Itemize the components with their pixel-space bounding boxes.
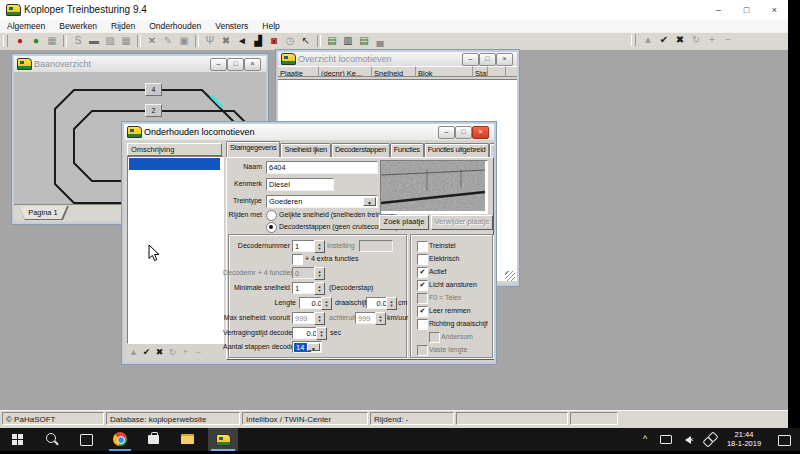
tab-info[interactable]: Info	[489, 143, 494, 157]
checkbox-label[interactable]: Vaste lengte	[429, 346, 467, 353]
checkbox-label[interactable]: Andersom	[441, 333, 473, 340]
checkbox-label[interactable]: Elektrisch	[429, 255, 459, 262]
column-header-empty[interactable]	[488, 66, 506, 77]
cut-icon[interactable]: ✕	[144, 34, 160, 48]
insert-icon[interactable]: +	[179, 346, 192, 359]
chevron-down-icon[interactable]: ▼	[307, 343, 320, 351]
checkbox-leer-remmen[interactable]: ✔	[417, 306, 428, 317]
maximize-button[interactable]: □	[479, 53, 496, 66]
menu-help[interactable]: Help	[255, 20, 286, 31]
save-icon[interactable]: ▬	[86, 34, 102, 48]
start-button[interactable]	[4, 428, 32, 451]
menu-algemeen[interactable]: Algemeen	[0, 20, 52, 31]
checkbox-label[interactable]: Leer remmen	[429, 307, 471, 314]
tab-functies[interactable]: Functies	[390, 143, 424, 157]
block-label[interactable]: 2	[145, 104, 162, 117]
checkbox-label[interactable]: Actief	[429, 268, 447, 275]
signal-red-icon[interactable]: ●	[12, 34, 28, 48]
extra-functies-label[interactable]: + 4 extra functies	[305, 255, 359, 262]
minimize-button[interactable]: –	[438, 126, 455, 139]
spinner[interactable]: ▲▼	[314, 282, 325, 295]
spinner[interactable]: ▲▼	[314, 240, 325, 253]
column-header-snelheid[interactable]: Snelheid	[372, 66, 416, 77]
resize-grip[interactable]	[505, 271, 515, 281]
overzicht-titlebar[interactable]: Overzicht locomotieven – □ ×	[278, 52, 517, 66]
close-button[interactable]: ×	[496, 53, 513, 66]
close-button[interactable]: ×	[761, 0, 788, 20]
close-button[interactable]: ×	[244, 58, 261, 71]
volume-muted-icon[interactable]: ×	[680, 428, 696, 451]
minimize-button[interactable]: –	[210, 58, 227, 71]
tab-decoderstappen[interactable]: Decoderstappen	[331, 143, 390, 157]
treintype-select[interactable]: Goederen ▼	[266, 195, 378, 208]
pointer-icon[interactable]: ↖	[298, 34, 314, 48]
menu-vensters[interactable]: Vensters	[208, 20, 255, 31]
link-icon[interactable]	[702, 428, 718, 451]
toolbar-grip[interactable]	[631, 34, 636, 46]
checkbox-f0-telex[interactable]	[417, 293, 428, 304]
sound-icon[interactable]: ◄	[234, 34, 250, 48]
search-icon[interactable]	[38, 428, 66, 451]
koploper-taskbar-button[interactable]	[208, 428, 238, 451]
grid-icon[interactable]: ▦	[118, 34, 134, 48]
store-icon[interactable]	[140, 428, 168, 451]
pencil-icon[interactable]: ✎	[160, 34, 176, 48]
radio-geijkte-snelheid[interactable]	[266, 210, 277, 221]
delete-record-icon[interactable]: −	[720, 33, 736, 47]
confirm-icon[interactable]: ✔	[656, 33, 672, 47]
menu-rijden[interactable]: Rijden	[104, 20, 142, 31]
signal-stop-icon[interactable]: ◙	[266, 34, 282, 48]
checkbox-richting-draaischijf[interactable]	[417, 319, 428, 330]
up-icon[interactable]: ▲	[127, 346, 140, 359]
tab-stamgegevens[interactable]: Stamgegevens	[226, 141, 280, 157]
checkbox-label[interactable]: Treinstel	[429, 242, 456, 249]
up-icon[interactable]: ▲	[640, 33, 656, 47]
main-titlebar[interactable]: Koploper Treinbesturing 9.4 – □ ×	[0, 0, 788, 21]
menu-bewerken[interactable]: Bewerken	[52, 20, 104, 31]
turnout-icon[interactable]: Ψ	[202, 34, 218, 48]
spinner[interactable]: ▲▼	[386, 297, 397, 310]
action-center-icon[interactable]	[776, 428, 792, 451]
checkbox-elektrisch[interactable]	[417, 254, 428, 265]
insert-icon[interactable]: +	[704, 33, 720, 47]
delete-record-icon[interactable]: −	[192, 346, 205, 359]
spinner[interactable]: ▲▼	[316, 327, 327, 340]
menu-onderhouden[interactable]: Onderhouden	[142, 20, 208, 31]
page-tab[interactable]: Pagina 1	[19, 206, 67, 219]
tab-snelheid-ijken[interactable]: Snelheid ijken	[280, 143, 331, 157]
dialog-titlebar[interactable]: Onderhouden locomotieven – □ ×	[124, 124, 494, 140]
tab-functies-uitgebreid[interactable]: Functies uitgebreid	[424, 143, 490, 157]
database-icon[interactable]: ▥	[340, 34, 356, 48]
clock-icon[interactable]: ◷	[282, 34, 298, 48]
maximize-button[interactable]: □	[733, 0, 760, 20]
maximize-button[interactable]: □	[455, 126, 472, 139]
radio-decoderstappen[interactable]	[266, 222, 277, 233]
chevron-down-icon[interactable]: ▼	[363, 197, 376, 206]
close-button[interactable]: ×	[472, 126, 489, 139]
signal-green-icon[interactable]: ●	[28, 34, 44, 48]
zoek-plaatje-button[interactable]: Zoek plaatje	[379, 215, 429, 230]
instelling-input[interactable]	[359, 240, 393, 252]
spinner[interactable]: ▲▼	[314, 267, 325, 280]
locomotive-description-list[interactable]	[127, 156, 224, 344]
locomotive-icon[interactable]: ▟	[250, 34, 266, 48]
selected-list-row[interactable]	[129, 158, 220, 170]
cancel-icon[interactable]: ✖	[672, 33, 688, 47]
extra-functies-checkbox[interactable]	[292, 254, 303, 265]
delete-icon[interactable]: ✖	[218, 34, 234, 48]
file-explorer-icon[interactable]	[174, 428, 202, 451]
export-icon[interactable]: ▤	[356, 34, 372, 48]
maximize-button[interactable]: □	[227, 58, 244, 71]
checkbox-treinstel[interactable]	[417, 241, 428, 252]
hidden-icons-chevron[interactable]: ^	[638, 428, 652, 451]
report-icon[interactable]: ▤	[324, 34, 340, 48]
checkbox-licht-aansturen[interactable]: ✔	[417, 280, 428, 291]
checkbox-andersom[interactable]	[429, 332, 440, 343]
checkbox-vaste-lengte[interactable]	[417, 345, 428, 356]
checkbox-label[interactable]: F0 = Telex	[429, 294, 461, 301]
verwijder-plaatje-button[interactable]: Verwijder plaatje	[431, 215, 493, 230]
list-header-omschrijving[interactable]: Omschrijving	[127, 143, 222, 156]
checkbox-label[interactable]: Licht aansturen	[429, 281, 477, 288]
toolbar-grip[interactable]	[3, 35, 8, 47]
cancel-icon[interactable]: ✖	[153, 346, 166, 359]
